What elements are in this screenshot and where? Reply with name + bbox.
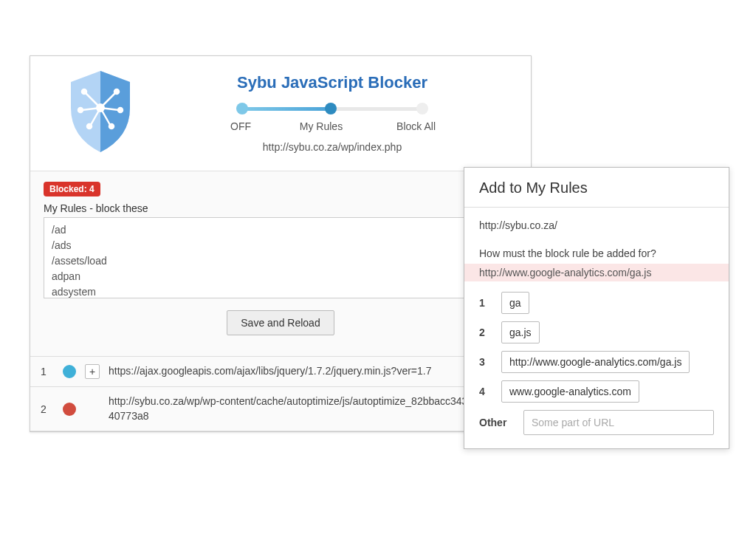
option-number: 2 — [479, 326, 494, 338]
svg-point-2 — [82, 89, 86, 94]
popup-site-url: http://sybu.co.za/ — [479, 219, 714, 231]
rules-textarea[interactable] — [44, 217, 518, 298]
rule-option-button[interactable]: ga.js — [501, 321, 540, 343]
rules-label: My Rules - block these — [44, 202, 148, 214]
app-title: Sybu JavaScript Blocker — [152, 73, 512, 92]
svg-point-4 — [114, 89, 119, 94]
rule-option-button[interactable]: http://www.google-analytics.com/ga.js — [501, 351, 690, 373]
shield-icon — [49, 67, 152, 156]
option-row: 1 ga — [479, 292, 714, 314]
add-rule-button[interactable]: + — [85, 364, 100, 379]
popup-blocked-url: http://www.google-analytics.com/ga.js — [464, 264, 729, 281]
svg-point-6 — [78, 108, 83, 112]
option-row: 3 http://www.google-analytics.com/ga.js — [479, 351, 714, 373]
status-dot-allowed[interactable] — [63, 365, 76, 378]
slider-label-blockall[interactable]: Block All — [377, 120, 436, 132]
add-rule-popup: Add to My Rules http://sybu.co.za/ How m… — [464, 167, 729, 449]
row-number: 1 — [41, 366, 54, 377]
option-number: 3 — [479, 356, 494, 368]
other-input[interactable] — [523, 410, 714, 435]
blocked-badge: Blocked: 4 — [44, 182, 100, 196]
slider-label-myrules[interactable]: My Rules — [292, 120, 351, 132]
option-number: 4 — [479, 386, 494, 397]
header-content: Sybu JavaScript Blocker OFF My Rules Blo… — [152, 67, 512, 156]
save-reload-button[interactable]: Save and Reload — [227, 310, 334, 335]
mode-slider[interactable] — [236, 101, 428, 116]
header: Sybu JavaScript Blocker OFF My Rules Blo… — [30, 56, 531, 171]
current-page-url: http://sybu.co.za/wp/index.php — [152, 141, 512, 153]
rule-option-button[interactable]: ga — [501, 292, 529, 314]
svg-point-10 — [87, 124, 92, 129]
svg-point-12 — [109, 124, 114, 129]
script-url: https://ajax.googleapis.com/ajax/libs/jq… — [109, 364, 520, 379]
rule-option-button[interactable]: www.google-analytics.com — [501, 380, 639, 403]
script-row: 2 http://sybu.co.za/wp/wp-content/cache/… — [30, 387, 531, 431]
slider-label-off[interactable]: OFF — [229, 120, 273, 132]
popup-title: Add to My Rules — [464, 168, 729, 208]
row-number: 2 — [41, 403, 54, 415]
script-url: http://sybu.co.za/wp/wp-content/cache/au… — [109, 394, 520, 423]
other-label: Other — [479, 417, 515, 428]
scripts-table: 1 + https://ajax.googleapis.com/ajax/lib… — [30, 356, 531, 431]
option-number: 1 — [479, 297, 494, 309]
badges-row: Blocked: 4 Rules: 23 — [30, 171, 531, 202]
slider-labels: OFF My Rules Block All — [229, 120, 436, 132]
script-row: 1 + https://ajax.googleapis.com/ajax/lib… — [30, 357, 531, 387]
option-row: 4 www.google-analytics.com — [479, 380, 714, 403]
other-row: Other — [479, 410, 714, 435]
main-panel: Sybu JavaScript Blocker OFF My Rules Blo… — [30, 55, 532, 432]
svg-point-8 — [118, 108, 123, 112]
popup-question: How must the block rule be added for? — [479, 247, 714, 259]
rules-section: My Rules - block these Inst Save and Rel… — [30, 202, 531, 356]
option-row: 2 ga.js — [479, 321, 714, 343]
status-dot-blocked[interactable] — [63, 403, 76, 416]
